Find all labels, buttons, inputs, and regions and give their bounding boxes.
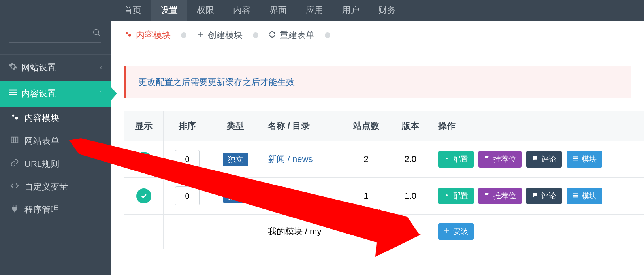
sites-count: 1 (341, 178, 391, 215)
install-button[interactable]: 安装 (438, 223, 474, 240)
sidebar-item-content-settings[interactable]: 内容设置 ˅ (0, 81, 111, 107)
module-name-link[interactable]: shop (268, 191, 287, 201)
sidebar-subitem-label: 程序管理 (24, 204, 59, 216)
sites-count: 2 (341, 141, 391, 178)
sort-input[interactable] (175, 186, 200, 205)
nav-tab-settings[interactable]: 设置 (151, 0, 187, 21)
svg-rect-26 (573, 196, 574, 197)
sidebar-subitem-program-manage[interactable]: 程序管理 (0, 198, 111, 221)
list-icon (572, 192, 578, 200)
nav-tab-content[interactable]: 内容 (224, 0, 260, 21)
cogs-icon (124, 30, 132, 40)
sidebar-subitem-label: 自定义变量 (24, 181, 68, 193)
svg-rect-7 (11, 137, 18, 143)
sidebar-subitem-label: URL规则 (24, 158, 59, 170)
nav-tab-finance[interactable]: 财务 (369, 0, 405, 21)
svg-rect-17 (573, 158, 574, 159)
code-icon (10, 181, 24, 192)
show-toggle[interactable] (136, 188, 151, 203)
nav-tab-apps[interactable]: 应用 (296, 0, 333, 21)
version-text: 1.0 (391, 215, 430, 249)
action-label: 重建表单 (280, 29, 314, 41)
svg-rect-24 (573, 195, 574, 196)
svg-rect-22 (573, 193, 574, 194)
bars-icon (9, 88, 21, 99)
comment-icon (532, 155, 538, 164)
th-sort: 排序 (164, 111, 211, 141)
table-row: 独立 新闻 / news 2 2.0 配置 推荐位 评论 模块 (124, 141, 644, 178)
module-table: 显示 排序 类型 名称 / 目录 站点数 版本 操作 (124, 111, 644, 249)
sidebar: 网站设置 ‹ 内容设置 ˅ 内容模块 网站表单 URL规则 自定义变量 (0, 21, 111, 275)
sites-count: 0 (341, 215, 391, 249)
action-rebuild-form[interactable]: 重建表单 (269, 29, 314, 41)
th-name: 名称 / 目录 (260, 111, 341, 141)
flag-icon (484, 192, 490, 200)
sidebar-item-label: 内容设置 (21, 88, 56, 100)
svg-rect-4 (9, 94, 17, 95)
th-actions: 操作 (430, 111, 644, 141)
nav-tab-users[interactable]: 用户 (333, 0, 369, 21)
svg-line-1 (98, 34, 100, 36)
svg-rect-2 (9, 90, 17, 91)
module-button[interactable]: 模块 (567, 188, 602, 204)
config-button[interactable]: 配置 (438, 188, 474, 204)
plus-icon (197, 31, 204, 40)
show-cell: -- (124, 215, 164, 249)
search-icon (92, 28, 101, 37)
comment-button[interactable]: 评论 (526, 151, 562, 168)
svg-rect-15 (573, 156, 574, 157)
svg-point-5 (12, 115, 14, 117)
config-button[interactable]: 配置 (438, 151, 474, 168)
sort-cell: -- (164, 215, 211, 249)
svg-rect-3 (9, 92, 17, 93)
action-create-module[interactable]: 创建模块 (197, 29, 243, 41)
nav-tab-ui[interactable]: 界面 (260, 0, 296, 21)
separator-dot (181, 32, 186, 38)
svg-point-12 (126, 32, 128, 34)
sidebar-subitem-site-forms[interactable]: 网站表单 (0, 130, 111, 153)
sidebar-subitem-label: 网站表单 (24, 135, 59, 147)
list-icon (572, 155, 578, 164)
nav-tab-home[interactable]: 首页 (115, 0, 151, 21)
svg-rect-23 (574, 193, 578, 194)
nav-tab-permissions[interactable]: 权限 (187, 0, 224, 21)
plus-icon (444, 227, 450, 236)
th-type: 类型 (211, 111, 260, 141)
plug-icon (10, 204, 24, 215)
sidebar-item-label: 网站设置 (21, 62, 56, 73)
type-cell: -- (211, 215, 260, 249)
th-version: 版本 (391, 111, 430, 141)
svg-point-0 (94, 30, 99, 35)
sidebar-subitem-url-rules[interactable]: URL规则 (0, 153, 111, 175)
action-content-module[interactable]: 内容模块 (124, 29, 171, 41)
version-text: 1.0 (391, 178, 430, 215)
table-row: -- -- -- 我的模块 / my 0 1.0 安装 (124, 215, 644, 249)
svg-rect-18 (574, 158, 578, 159)
sidebar-subitem-custom-vars[interactable]: 自定义变量 (0, 175, 111, 198)
sort-input[interactable] (175, 150, 200, 169)
chevron-down-icon: ˅ (99, 90, 102, 98)
svg-point-6 (15, 117, 18, 119)
alert-text: 更改配置之后需要更新缓存之后才能生效 (138, 77, 295, 87)
show-toggle[interactable] (136, 152, 151, 167)
recommend-button[interactable]: 推荐位 (478, 188, 522, 204)
type-badge: 独立 (223, 153, 248, 166)
comment-button[interactable]: 评论 (526, 188, 562, 204)
chevron-left-icon: ‹ (100, 64, 102, 71)
svg-rect-19 (573, 160, 574, 160)
recommend-button[interactable]: 推荐位 (478, 151, 522, 168)
gear-icon (9, 62, 21, 73)
sidebar-item-site-settings[interactable]: 网站设置 ‹ (0, 54, 111, 81)
table-row: 独立 shop 1 1.0 配置 推荐位 评论 模块 (124, 178, 644, 215)
gear-icon (444, 155, 450, 164)
sidebar-search[interactable] (0, 21, 111, 54)
module-button[interactable]: 模块 (567, 151, 602, 168)
check-icon (140, 192, 147, 200)
type-badge: 独立 (223, 189, 248, 203)
refresh-icon (269, 31, 276, 40)
sidebar-subitem-content-module[interactable]: 内容模块 (0, 107, 111, 130)
svg-rect-16 (574, 156, 578, 157)
module-name-link[interactable]: 新闻 / news (268, 154, 313, 164)
th-show: 显示 (124, 111, 164, 141)
table-icon (10, 136, 24, 147)
